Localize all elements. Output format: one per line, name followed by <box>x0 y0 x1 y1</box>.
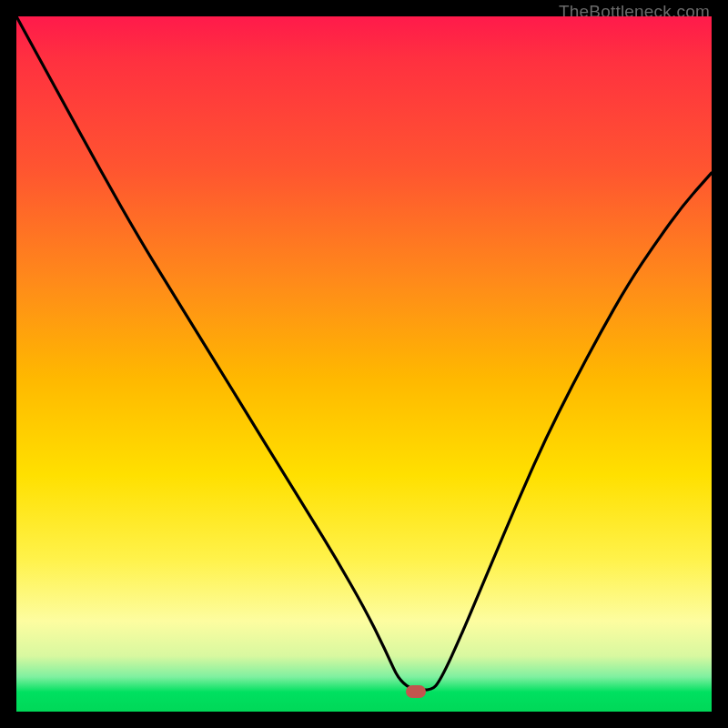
curve-svg <box>16 16 712 712</box>
chart-frame: TheBottleneck.com <box>0 0 728 728</box>
bottleneck-marker <box>406 685 426 698</box>
bottleneck-curve <box>16 16 712 690</box>
plot-area <box>16 16 712 712</box>
